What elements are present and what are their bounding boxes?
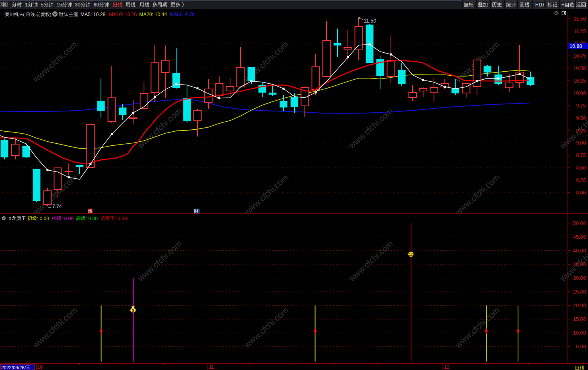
svg-text:): ) (50, 12, 51, 17)
svg-text:10.50: 10.50 (573, 66, 586, 71)
svg-text:10.00: 10.00 (573, 330, 586, 336)
svg-text:2022/09/28/: 2022/09/28/ (1, 365, 26, 370)
svg-text:MA60: 9.79: MA60: 9.79 (170, 12, 195, 17)
svg-text:9.50: 9.50 (576, 116, 586, 121)
svg-text:MA20: 10.44: MA20: 10.44 (139, 12, 167, 17)
svg-text:8.50: 8.50 (576, 165, 586, 171)
svg-text:11.25: 11.25 (574, 29, 586, 34)
svg-text:40.00: 40.00 (573, 248, 586, 254)
svg-text:F10: F10 (535, 2, 544, 8)
svg-text:$: $ (132, 308, 134, 313)
svg-text:15.00: 15.00 (573, 316, 586, 322)
svg-text:MA10: 10.26: MA10: 10.26 (109, 12, 137, 17)
svg-text:15: 15 (56, 2, 62, 8)
svg-text:(: ( (23, 12, 25, 17)
svg-text:10.25: 10.25 (573, 78, 586, 84)
svg-text:20.00: 20.00 (573, 302, 586, 308)
svg-text:25.00: 25.00 (573, 289, 586, 295)
svg-text:9.25: 9.25 (576, 128, 586, 134)
svg-text:30: 30 (75, 2, 80, 8)
svg-text:35.00: 35.00 (573, 261, 586, 267)
svg-text:30.00: 30.00 (573, 275, 586, 281)
svg-text:11.50: 11.50 (364, 18, 376, 24)
svg-text:1: 1 (25, 2, 28, 8)
svg-text:8.25: 8.25 (576, 178, 586, 183)
svg-text:←7.74: ←7.74 (47, 204, 62, 209)
svg-text:10.88: 10.88 (569, 43, 582, 49)
svg-text:8.00: 8.00 (576, 190, 586, 196)
svg-text:8.75: 8.75 (576, 153, 586, 158)
svg-text:.: . (35, 12, 36, 17)
svg-text:5.00: 5.00 (576, 343, 586, 349)
svg-text:10.00: 10.00 (573, 91, 586, 96)
svg-text:: 0.00: : 0.00 (86, 216, 98, 221)
svg-text:: 0.00: : 0.00 (115, 216, 127, 221)
svg-text:11.50: 11.50 (574, 16, 586, 22)
svg-text:10.75: 10.75 (573, 53, 586, 59)
svg-text:: 0.00: : 0.00 (62, 216, 74, 221)
svg-text:X: X (8, 216, 12, 221)
svg-text:+: + (561, 2, 564, 8)
svg-text:9.00: 9.00 (576, 140, 586, 146)
svg-text:9.75: 9.75 (576, 103, 586, 109)
svg-text:: 0.00: : 0.00 (37, 216, 49, 221)
svg-text:10: 10 (37, 364, 43, 370)
svg-text:60: 60 (94, 2, 99, 8)
svg-text:45.00: 45.00 (573, 234, 586, 240)
svg-text:12: 12 (444, 364, 450, 370)
svg-text:50.00: 50.00 (573, 220, 586, 226)
svg-text:MA5: 10.28: MA5: 10.28 (80, 12, 106, 17)
svg-text:11: 11 (209, 364, 214, 370)
svg-text:5: 5 (41, 2, 43, 8)
